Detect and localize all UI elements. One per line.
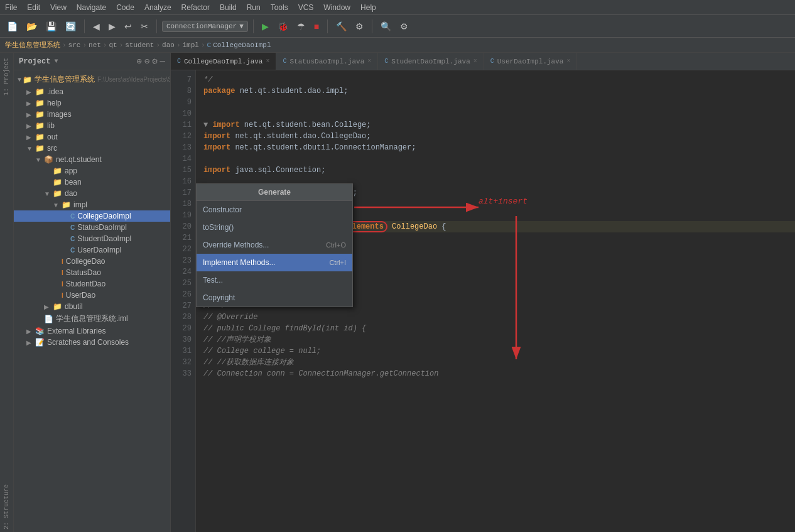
collapse-icon[interactable]: ⊖: [144, 56, 149, 67]
cut-button[interactable]: ✂: [138, 19, 151, 33]
tree-impl[interactable]: ▼ 📁 impl: [14, 199, 170, 210]
run-configuration-combo[interactable]: ConnectionManager ▼: [162, 21, 248, 32]
menu-code[interactable]: Code: [111, 1, 139, 14]
scratches-icon: 📝: [35, 338, 45, 347]
sync-button[interactable]: 🔄: [62, 19, 79, 33]
menu-navigate[interactable]: Navigate: [72, 1, 111, 14]
revert-button[interactable]: ↩: [121, 19, 135, 33]
menu-vcs[interactable]: VCS: [293, 1, 319, 14]
settings-button[interactable]: ⚙: [397, 19, 411, 33]
StatusDaoImpl-label: StatusDaoImpl: [77, 223, 127, 232]
menu-file[interactable]: File: [0, 1, 22, 14]
tree-ext-libs[interactable]: ▶ 📚 External Libraries: [14, 325, 170, 337]
code-panel[interactable]: */ package net.qt.student.dao.impl; ▼ im…: [196, 70, 795, 532]
tree-src[interactable]: ▼ 📁 src: [14, 143, 170, 154]
rebuild-button[interactable]: ⚙: [352, 19, 367, 33]
editor-content[interactable]: 7 8 9 10 11 12 13 14 15 16 17 18 19 20 2…: [171, 70, 795, 532]
breadcrumb-qt[interactable]: qt: [109, 41, 117, 49]
class-file-icon4: C: [70, 247, 75, 254]
tree-dao[interactable]: ▼ 📁 dao: [14, 188, 170, 199]
back-button[interactable]: ◀: [90, 19, 103, 33]
build-button[interactable]: 🔨: [333, 19, 350, 33]
breadcrumb-dao[interactable]: dao: [162, 41, 175, 49]
tree-UserDaoImpl[interactable]: C UserDaoImpl: [14, 244, 170, 256]
menu-help[interactable]: Help: [355, 1, 381, 14]
tree-UserDao[interactable]: I UserDao: [14, 290, 170, 301]
breadcrumb-impl[interactable]: impl: [183, 41, 199, 49]
close-sidebar-icon[interactable]: —: [160, 56, 165, 67]
tree-iml[interactable]: 📄 学生信息管理系统.iml: [14, 312, 170, 325]
menu-tostring[interactable]: toString(): [197, 219, 352, 236]
menu-refactor[interactable]: Refactor: [176, 1, 215, 14]
tree-root[interactable]: ▼ 📁 学生信息管理系统 F:\Users\as\IdeaProjects\S: [14, 73, 170, 86]
breadcrumb-src[interactable]: src: [68, 41, 81, 49]
tree-CollegeDao[interactable]: I CollegeDao: [14, 256, 170, 267]
tab-StudentDaoImpl[interactable]: C StudentDaoImpl.java ×: [378, 53, 484, 70]
tree-bean[interactable]: 📁 bean: [14, 176, 170, 188]
breadcrumb-net[interactable]: net: [89, 41, 101, 49]
tree-StatusDaoImpl[interactable]: C StatusDaoImpl: [14, 222, 170, 233]
settings-icon[interactable]: ⚙: [152, 56, 157, 67]
tree-app[interactable]: 📁 app: [14, 165, 170, 176]
tab-CollegeDaoImpl[interactable]: C CollegeDaoImpl.java ×: [171, 53, 276, 70]
new-file-button[interactable]: 📄: [4, 19, 21, 33]
tab-StatusDaoImpl[interactable]: C StatusDaoImpl.java ×: [276, 53, 378, 70]
lib-folder-icon: 📁: [35, 121, 45, 130]
separator-4: [327, 19, 328, 33]
open-button[interactable]: 📂: [23, 19, 40, 33]
menu-constructor[interactable]: Constructor: [197, 201, 352, 219]
menu-run[interactable]: Run: [242, 1, 266, 14]
tree-out[interactable]: ▶ 📁 out: [14, 131, 170, 143]
tree-idea[interactable]: ▶ 📁 .idea: [14, 86, 170, 97]
code-line-14: [203, 153, 787, 165]
menu-analyze[interactable]: Analyze: [139, 1, 176, 14]
iml-icon: 📄: [44, 315, 53, 323]
tab-close-button2[interactable]: ×: [367, 58, 371, 65]
menu-test[interactable]: Test...: [197, 271, 352, 289]
project-panel-label[interactable]: 2: Structure: [2, 482, 11, 532]
menu-tools[interactable]: Tools: [266, 1, 293, 14]
menu-build[interactable]: Build: [215, 1, 242, 14]
forward-button[interactable]: ▶: [105, 19, 119, 33]
tree-StudentDao[interactable]: I StudentDao: [14, 278, 170, 290]
sidebar-dropdown[interactable]: ▼: [54, 58, 58, 65]
menu-view[interactable]: View: [45, 1, 72, 14]
breadcrumb-student[interactable]: student: [125, 41, 154, 49]
tree-package[interactable]: ▼ 📦 net.qt.student: [14, 154, 170, 165]
save-button[interactable]: 💾: [43, 19, 60, 33]
structure-panel-label[interactable]: 1: Project: [2, 55, 11, 98]
stop-button[interactable]: ■: [311, 19, 322, 33]
constructor-label: Constructor: [203, 204, 242, 215]
tree-images[interactable]: ▶ 📁 images: [14, 109, 170, 120]
tab-UserDaoImpl[interactable]: C UserDaoImpl.java ×: [484, 53, 578, 70]
menu-override-methods[interactable]: Override Methods... Ctrl+O: [197, 236, 352, 254]
menu-copyright[interactable]: Copyright: [197, 289, 352, 307]
tree-CollegeDaoImpl[interactable]: C CollegeDaoImpl: [14, 210, 170, 222]
tab-close-button[interactable]: ×: [266, 58, 269, 65]
tree-StatusDao[interactable]: I StatusDao: [14, 267, 170, 278]
locate-icon[interactable]: ⊕: [136, 56, 141, 67]
dbutil-label: dbutil: [65, 302, 83, 311]
coverage-button[interactable]: ☂: [294, 19, 308, 33]
tab-close-button3[interactable]: ×: [473, 58, 477, 65]
tree-help[interactable]: ▶ 📁 help: [14, 97, 170, 109]
sidebar-title: Project ▼: [19, 57, 58, 66]
debug-button[interactable]: 🐞: [274, 19, 291, 33]
search-everywhere-button[interactable]: 🔍: [377, 19, 394, 33]
menu-window[interactable]: Window: [318, 1, 355, 14]
tree-lib[interactable]: ▶ 📁 lib: [14, 120, 170, 131]
UserDao-label: UserDao: [66, 291, 95, 300]
tree-StudentDaoImpl[interactable]: C StudentDaoImpl: [14, 233, 170, 244]
tree-scratches[interactable]: ▶ 📝 Scratches and Consoles: [14, 337, 170, 348]
menu-edit[interactable]: Edit: [22, 1, 45, 14]
breadcrumb-file[interactable]: CollegeDaoImpl: [213, 41, 271, 49]
src-folder-icon: 📁: [35, 144, 45, 153]
tab-close-button4[interactable]: ×: [566, 58, 570, 65]
tree-dbutil[interactable]: ▶ 📁 dbutil: [14, 301, 170, 312]
menu-implement-methods[interactable]: Implement Methods... Ctrl+I: [197, 254, 352, 271]
class-icon: C: [207, 41, 212, 49]
breadcrumb-root[interactable]: 学生信息管理系统: [5, 40, 60, 50]
interface-icon4: I: [62, 292, 63, 299]
tab-class-icon2: C: [283, 58, 286, 65]
run-button[interactable]: ▶: [259, 19, 272, 33]
